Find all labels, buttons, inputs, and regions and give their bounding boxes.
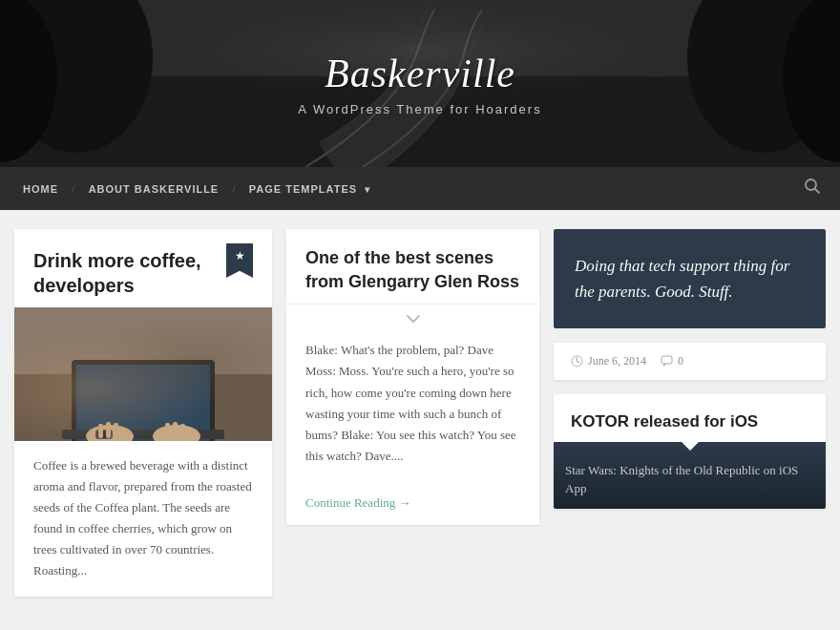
- bookmark-star-icon: ★: [235, 249, 245, 263]
- continue-reading-link[interactable]: Continue Reading →: [286, 481, 539, 525]
- nav-home[interactable]: HOME: [19, 183, 62, 195]
- header-content: Baskerville A WordPress Theme for Hoarde…: [298, 51, 541, 116]
- right-column: Doing that tech support thing for the pa…: [554, 229, 826, 597]
- comment-icon: [661, 355, 673, 368]
- dropdown-arrow-icon: ▾: [365, 184, 370, 195]
- coffee-image-overlay: [14, 307, 272, 441]
- nav-items: HOME / ABOUT BASKERVILLE / PAGE TEMPLATE…: [19, 181, 821, 197]
- kotor-card: KOTOR released for iOS Star Wars: Knight…: [554, 394, 826, 509]
- glengarry-chevron-icon: [286, 304, 539, 335]
- left-column: Drink more coffee, developers ★: [14, 229, 272, 597]
- kotor-chevron-icon: [681, 442, 700, 451]
- svg-line-27: [578, 362, 580, 364]
- site-title[interactable]: Baskerville: [298, 51, 541, 96]
- quote-text: Doing that tech support thing for the pa…: [575, 253, 805, 304]
- kotor-body-text: Star Wars: Knights of the Old Republic o…: [554, 444, 826, 508]
- quote-comments: 0: [661, 354, 683, 368]
- svg-rect-28: [662, 356, 672, 364]
- main-content: Drink more coffee, developers ★: [0, 210, 840, 616]
- glengarry-body: Blake: What's the problem, pal? Dave Mos…: [286, 335, 539, 481]
- coffee-card-header: Drink more coffee, developers ★: [14, 229, 272, 307]
- nav-page-templates[interactable]: PAGE TEMPLATES ▾: [245, 183, 374, 195]
- quote-date-text: June 6, 2014: [588, 354, 646, 368]
- nav-about[interactable]: ABOUT BASKERVILLE: [85, 183, 223, 195]
- glengarry-title[interactable]: One of the best scenes from Glengarry Gl…: [305, 246, 520, 294]
- kotor-header: KOTOR released for iOS: [554, 394, 826, 442]
- svg-line-8: [815, 189, 820, 194]
- glengarry-header: One of the best scenes from Glengarry Gl…: [286, 229, 539, 304]
- kotor-image: Star Wars: Knights of the Old Republic o…: [554, 442, 826, 509]
- clock-icon: [571, 355, 583, 368]
- coffee-card: Drink more coffee, developers ★: [14, 229, 272, 597]
- quote-meta: June 6, 2014 0: [554, 343, 826, 380]
- quote-card: Doing that tech support thing for the pa…: [554, 229, 826, 328]
- nav-sep-2: /: [232, 181, 236, 197]
- quote-date: June 6, 2014: [571, 354, 646, 368]
- search-icon[interactable]: [804, 178, 821, 200]
- glengarry-text: Blake: What's the problem, pal? Dave Mos…: [305, 340, 520, 467]
- nav-sep-1: /: [72, 181, 75, 197]
- kotor-title[interactable]: KOTOR released for iOS: [571, 411, 808, 432]
- svg-marker-29: [663, 364, 666, 367]
- glengarry-card: One of the best scenes from Glengarry Gl…: [286, 229, 539, 525]
- navigation-bar: HOME / ABOUT BASKERVILLE / PAGE TEMPLATE…: [0, 167, 840, 210]
- coffee-description: Coffee is a brewed beverage with a disti…: [14, 441, 272, 597]
- bookmark-icon: ★: [226, 243, 253, 278]
- quote-comments-count: 0: [678, 354, 683, 368]
- middle-column: One of the best scenes from Glengarry Gl…: [286, 229, 539, 597]
- coffee-image: [14, 307, 272, 441]
- coffee-title[interactable]: Drink more coffee, developers: [33, 248, 217, 298]
- site-tagline: A WordPress Theme for Hoarders: [298, 102, 541, 116]
- site-header: Baskerville A WordPress Theme for Hoarde…: [0, 0, 840, 167]
